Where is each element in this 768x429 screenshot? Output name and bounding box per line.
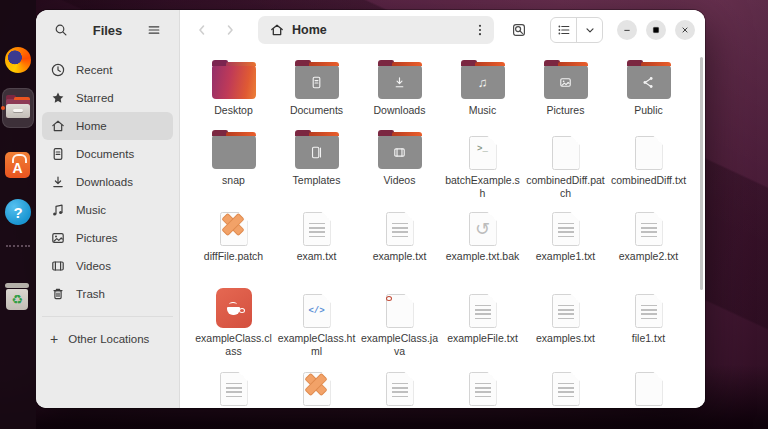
file-item[interactable]: example2.txt (607, 204, 690, 286)
file-item[interactable]: exampleClass.class (192, 286, 275, 364)
text-file-icon (552, 212, 580, 246)
trash-dock-icon[interactable]: ♻ (5, 283, 29, 310)
back-button[interactable] (190, 17, 214, 43)
file-item[interactable]: snap (192, 128, 275, 204)
path-bar[interactable]: Home (258, 16, 494, 44)
file-thumbnail (607, 204, 690, 246)
history-glyph: ↺ (470, 213, 496, 245)
app-title: Files (93, 23, 123, 38)
sidebar-item-music[interactable]: Music (42, 196, 173, 224)
view-options-button[interactable] (577, 18, 602, 42)
sidebar-item-home[interactable]: Home (42, 112, 173, 140)
file-item[interactable]: fileDiff.patch (275, 364, 358, 408)
file-thumbnail (275, 58, 358, 100)
sidebar-item-label: Music (76, 204, 106, 216)
search-button[interactable] (48, 17, 74, 43)
sidebar-item-pictures[interactable]: Pictures (42, 224, 173, 252)
file-item[interactable]: exampleClass.java (358, 286, 441, 364)
search-in-folder-button[interactable] (506, 17, 532, 43)
file-name: exampleClass.html (277, 332, 357, 357)
sidebar-item-downloads[interactable]: Downloads (42, 168, 173, 196)
file-item[interactable]: example1.txt (524, 204, 607, 286)
file-item[interactable]: ♫Music (441, 58, 524, 128)
location-menu-button[interactable] (468, 18, 492, 42)
file-name: exampleClass.java (360, 332, 440, 357)
menu-button[interactable] (141, 17, 167, 43)
file-name: exam.txt (277, 250, 357, 263)
downloads-emblem-icon (378, 65, 422, 99)
sidebar-item-recent[interactable]: Recent (42, 56, 173, 84)
file-item[interactable]: example.txt (358, 204, 441, 286)
help-icon[interactable]: ? (5, 199, 31, 225)
patch-file-icon (220, 212, 248, 246)
file-item[interactable]: Public (607, 58, 690, 128)
forward-button[interactable] (218, 17, 242, 43)
file-item[interactable]: diffFile.patch (192, 204, 275, 286)
file-item[interactable]: </>exampleClass.html (275, 286, 358, 364)
file-item[interactable]: sampleFile.txt (524, 364, 607, 408)
sidebar-item-documents[interactable]: Documents (42, 140, 173, 168)
file-item[interactable]: combinedDiff.patch (524, 128, 607, 204)
text-file-icon (386, 372, 414, 406)
close-button[interactable] (675, 20, 695, 40)
file-name: file1.txt (609, 332, 689, 345)
home-icon (269, 22, 285, 38)
file-item[interactable]: Documents (275, 58, 358, 128)
view-toggle (550, 17, 603, 43)
text-file-icon (635, 294, 663, 328)
sidebar-item-videos[interactable]: Videos (42, 252, 173, 280)
sidebar-item-label: Other Locations (68, 333, 149, 345)
file-item[interactable]: Downloads (358, 58, 441, 128)
blank-file-icon (635, 136, 663, 170)
ubuntu-software-icon[interactable]: A (5, 152, 30, 178)
file-item[interactable]: originalFile.txt (441, 364, 524, 408)
home-icon (50, 118, 66, 134)
file-item[interactable]: newFile.txt (358, 364, 441, 408)
file-item[interactable]: Pictures (524, 58, 607, 128)
file-item[interactable]: Desktop (192, 58, 275, 128)
maximize-icon (650, 24, 662, 36)
file-item[interactable]: exampleFile.txt (441, 286, 524, 364)
file-item[interactable]: file1.txt (607, 286, 690, 364)
firefox-icon[interactable] (5, 47, 31, 73)
folder-icon (295, 65, 339, 99)
file-item[interactable]: ↺example.txt.bak (441, 204, 524, 286)
file-name: Documents (277, 104, 357, 117)
files-icon[interactable] (5, 95, 31, 121)
music-icon (50, 202, 66, 218)
file-thumbnail (441, 286, 524, 328)
file-item[interactable]: sampleFile1.txt (607, 364, 690, 408)
folder-glyph (6, 98, 30, 118)
current-location: Home (292, 23, 468, 37)
minimize-button[interactable] (617, 20, 637, 40)
maximize-button[interactable] (646, 20, 666, 40)
sidebar-item-starred[interactable]: Starred (42, 84, 173, 112)
minimize-icon (621, 24, 633, 36)
videos-icon (50, 258, 66, 274)
text-file-icon (469, 372, 497, 406)
file-thumbnail (192, 204, 275, 246)
file-item[interactable]: >_batchExample.sh (441, 128, 524, 204)
folder-icon (378, 65, 422, 99)
hamburger-icon (146, 22, 162, 38)
sidebar-item-other-locations[interactable]: + Other Locations (42, 325, 173, 353)
html-file-icon: </> (303, 294, 331, 328)
file-name: Pictures (526, 104, 606, 117)
file-item[interactable]: Templates (275, 128, 358, 204)
file-item[interactable]: examples.txt (524, 286, 607, 364)
starred-icon (50, 90, 66, 106)
file-thumbnail (192, 58, 275, 100)
sidebar-separator (42, 316, 173, 317)
file-thumbnail (607, 128, 690, 170)
file-thumbnail (607, 364, 690, 406)
file-name: example2.txt (609, 250, 689, 263)
file-thumbnail (607, 58, 690, 100)
sidebar-item-trash[interactable]: Trash (42, 280, 173, 308)
file-item[interactable]: exam.txt (275, 204, 358, 286)
file-item[interactable]: file2.txt (192, 364, 275, 408)
list-view-button[interactable] (551, 18, 576, 42)
text-file-icon (303, 212, 331, 246)
file-item[interactable]: Videos (358, 128, 441, 204)
scrollbar[interactable] (700, 57, 703, 290)
file-item[interactable]: combinedDiff.txt (607, 128, 690, 204)
